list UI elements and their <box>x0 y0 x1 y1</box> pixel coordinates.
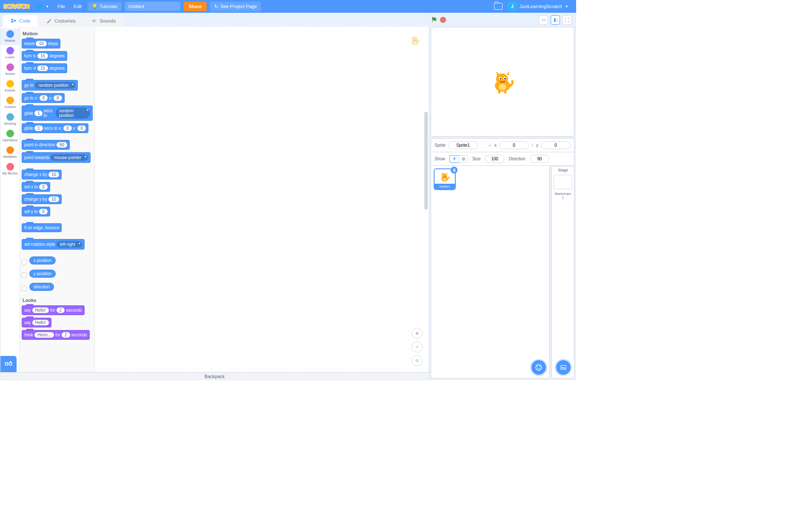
arrows-h-icon: ↔ <box>488 143 492 148</box>
block-point-direction[interactable]: point in direction90 <box>22 140 70 150</box>
sprite-name-input[interactable] <box>448 141 478 149</box>
block-think-for-secs[interactable]: thinkHmm...for2seconds <box>22 330 90 340</box>
svg-rect-10 <box>11 21 13 23</box>
stage-sprite-cat[interactable] <box>489 68 516 95</box>
code-workspace[interactable]: ＋ － ＝ <box>95 27 429 372</box>
account-menu[interactable]: JuniLearningScratch▼ <box>520 4 573 9</box>
see-project-page-button[interactable]: ↻See Project Page <box>210 2 261 11</box>
zoom-reset-button[interactable]: ＝ <box>412 355 423 366</box>
category-variables[interactable]: Variables <box>0 145 20 161</box>
block-turn-cw[interactable]: turn ↻15degrees <box>22 51 67 61</box>
category-dot-icon <box>6 130 14 137</box>
sprite-info-panel-row2: Show 👁 ⊘ Size Direction <box>431 152 574 166</box>
category-dot-icon <box>6 146 14 154</box>
block-if-edge-bounce[interactable]: if on edge, bounce <box>22 223 62 232</box>
block-go-to[interactable]: go torandom position <box>22 80 78 91</box>
block-palette[interactable]: Motion move10steps turn ↻15degrees turn … <box>20 27 95 372</box>
sprite-x-input[interactable] <box>499 141 529 149</box>
stage[interactable] <box>431 27 574 137</box>
workspace-scrollbar[interactable] <box>424 112 428 210</box>
sprite-info-panel: Sprite ↔ x ↕ y <box>431 138 574 152</box>
sprite-tile-name: Sprite1 <box>435 184 455 189</box>
stage-small-button[interactable]: ▭ <box>539 15 548 25</box>
language-menu[interactable]: 🌐▼ <box>32 4 53 9</box>
block-set-y[interactable]: set y to0 <box>22 207 50 216</box>
category-label: Sound <box>5 72 15 76</box>
zoom-out-button[interactable]: － <box>412 341 423 353</box>
category-motion[interactable]: Motion <box>0 28 20 45</box>
sprite-thumbnail <box>438 171 451 183</box>
zoom-in-button[interactable]: ＋ <box>412 328 423 339</box>
checkbox-y-position[interactable] <box>22 273 27 278</box>
direction-label: Direction <box>509 156 525 161</box>
category-dot-icon <box>6 63 14 71</box>
stage-fullscreen-button[interactable]: ⛶ <box>563 15 572 25</box>
block-say-for-secs[interactable]: sayHello!for2seconds <box>22 305 85 315</box>
reporter-direction[interactable]: direction <box>29 283 54 291</box>
sprite-direction-input[interactable] <box>530 155 549 163</box>
green-flag-button[interactable]: ⚑ <box>431 15 438 25</box>
block-say[interactable]: sayHello! <box>22 318 51 327</box>
x-label: x <box>494 143 497 148</box>
delete-sprite-button[interactable]: 🗑 <box>451 167 457 174</box>
costumes-icon <box>46 18 52 24</box>
category-operators[interactable]: Operators <box>0 128 20 145</box>
stage-large-button[interactable]: ◧ <box>551 15 560 25</box>
add-sprite-button[interactable] <box>531 360 546 375</box>
block-set-rotation-style[interactable]: set rotation styleleft-right <box>22 239 85 250</box>
svg-point-16 <box>537 367 538 367</box>
show-sprite-button[interactable]: 👁 <box>449 155 459 163</box>
block-glide-to-xy[interactable]: glide1secs to x:0y:0 <box>22 123 88 133</box>
block-change-x[interactable]: change x by10 <box>22 170 62 179</box>
block-set-x[interactable]: set x to0 <box>22 182 50 192</box>
block-glide-to[interactable]: glide1secs torandom position <box>22 105 93 121</box>
tab-costumes[interactable]: Costumes <box>38 15 83 27</box>
checkbox-x-position[interactable] <box>22 259 27 265</box>
file-menu[interactable]: File <box>53 4 69 9</box>
category-looks[interactable]: Looks <box>0 45 20 62</box>
category-dot-icon <box>6 113 14 121</box>
reporter-y-position[interactable]: y position <box>29 270 56 278</box>
category-sensing[interactable]: Sensing <box>0 111 20 128</box>
stage-selector[interactable]: Stage Backdrops 1 <box>551 166 574 378</box>
category-dot-icon <box>6 80 14 88</box>
edit-menu[interactable]: Edit <box>69 4 86 9</box>
globe-icon: 🌐 <box>37 4 43 9</box>
category-dot-icon <box>6 163 14 171</box>
category-control[interactable]: Control <box>0 95 20 111</box>
add-backdrop-button[interactable] <box>556 360 571 375</box>
y-label: y <box>536 143 538 148</box>
stop-button[interactable] <box>440 17 446 23</box>
checkbox-direction[interactable] <box>22 286 27 291</box>
add-extension-button[interactable] <box>0 356 17 372</box>
backpack-toggle[interactable]: Backpack <box>0 372 429 380</box>
backdrops-label: Backdrops <box>555 192 571 196</box>
category-events[interactable]: Events <box>0 78 20 95</box>
block-turn-ccw[interactable]: turn ↺15degrees <box>22 63 67 73</box>
selected-sprite-watermark <box>409 34 421 46</box>
backdrops-count: 1 <box>562 196 564 199</box>
tutorials-button[interactable]: 💡Tutorials <box>88 2 122 11</box>
share-button[interactable]: Share <box>184 2 207 11</box>
category-label: My Blocks <box>2 171 17 175</box>
project-title-input[interactable] <box>125 2 180 11</box>
tab-code[interactable]: Code <box>3 15 38 27</box>
backdrop-thumbnail[interactable] <box>554 175 572 189</box>
sprite-y-input[interactable] <box>541 141 571 149</box>
category-my-blocks[interactable]: My Blocks <box>0 161 20 178</box>
reporter-x-position[interactable]: x position <box>29 256 56 265</box>
category-sound[interactable]: Sound <box>0 62 20 78</box>
sprite-tile-sprite1[interactable]: 🗑 Sprite1 <box>434 168 456 190</box>
hide-sprite-button[interactable]: ⊘ <box>459 155 468 163</box>
sprite-size-input[interactable] <box>485 155 504 163</box>
block-change-y[interactable]: change y by10 <box>22 194 62 204</box>
category-label: Sensing <box>4 122 16 125</box>
block-move-steps[interactable]: move10steps <box>22 39 60 48</box>
category-label: Events <box>5 88 15 92</box>
block-point-towards[interactable]: point towardsmouse-pointer <box>22 152 91 163</box>
block-categories: MotionLooksSoundEventsControlSensingOper… <box>0 27 20 372</box>
block-go-to-xy[interactable]: go to x:0y:0 <box>22 93 65 103</box>
category-label: Looks <box>6 55 14 59</box>
my-stuff-icon[interactable] <box>494 3 503 10</box>
tab-sounds[interactable]: Sounds <box>84 15 123 27</box>
